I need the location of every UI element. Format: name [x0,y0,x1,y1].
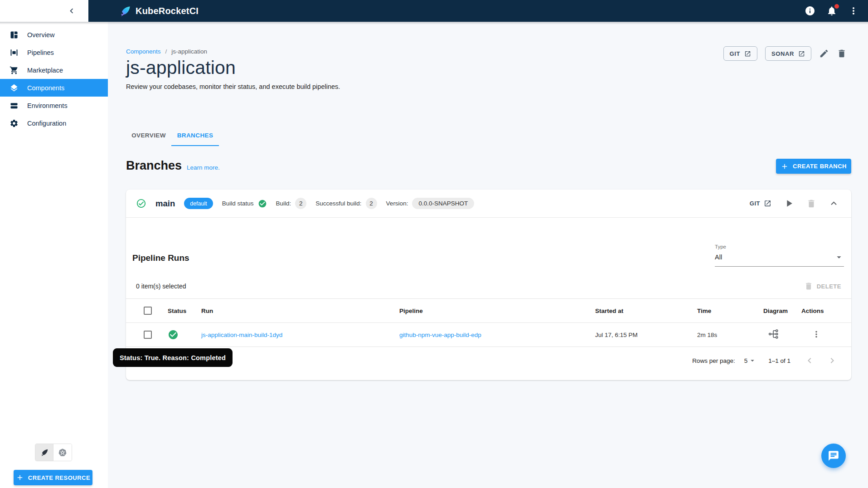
rocket-feather-logo-icon [119,5,131,17]
build-status-label: Build status [222,200,254,207]
diagram-tree-icon[interactable] [768,328,779,340]
open-in-new-icon [798,50,805,57]
delete-trash-icon [804,282,813,291]
collapse-branch-chevron-up-icon[interactable] [828,198,839,209]
branch-header-row: main default Build status Build: 2 Succe… [126,190,851,218]
pagination-range: 1–1 of 1 [768,357,790,364]
app-title: KubeRocketCI [136,6,199,16]
type-filter-value: All [715,254,722,261]
run-success-status-icon [168,329,199,340]
open-in-new-icon [744,50,751,57]
chevron-down-icon [834,252,844,262]
column-time: Time [695,307,761,314]
rows-per-page-select[interactable]: 5 [744,356,757,365]
default-branch-badge: default [184,198,213,209]
app-logo: KubeRocketCI [119,5,199,17]
branches-heading-row: Branches Learn more. [126,159,220,173]
create-branch-label: CREATE BRANCH [793,163,847,170]
build-label: Build: [276,200,291,207]
status-tooltip: Status: True. Reason: Completed [113,348,233,367]
version-label: Version: [386,200,408,207]
build-status-group: Build status [222,199,267,208]
pipelines-icon [10,48,19,57]
version-group: Version: 0.0.0-SNAPSHOT [386,198,475,209]
select-all-checkbox[interactable] [144,307,152,315]
sidebar-item-components[interactable]: Components [0,79,108,97]
pipeline-runs-table: Status Run Pipeline Started at Time Diag… [126,298,851,347]
branch-git-link[interactable]: GIT [750,200,771,207]
row-checkbox[interactable] [144,331,152,339]
breadcrumb-current: js-application [171,48,207,55]
page-actions: GIT SONAR [723,46,847,61]
delete-selected-label: DELETE [817,283,841,290]
page-subtitle: Review your codebases, monitor their sta… [126,83,340,90]
sidebar-header [0,0,88,22]
sidebar-item-label: Components [27,84,64,92]
collapse-sidebar-icon[interactable] [67,6,77,16]
create-resource-label: CREATE RESOURCE [28,474,90,481]
sidebar-item-label: Pipelines [27,49,54,56]
branch-git-label: GIT [750,200,760,207]
selected-count-text: 0 item(s) selected [136,283,186,290]
open-in-new-icon [764,200,771,207]
column-status: Status [164,307,199,314]
git-button-label: GIT [730,50,740,57]
sonar-button-label: SONAR [771,50,794,57]
git-button[interactable]: GIT [723,46,757,61]
page-title: js-application [126,57,236,78]
delete-trash-icon[interactable] [837,49,847,59]
tab-branches[interactable]: BRANCHES [171,124,219,146]
chat-fab-button[interactable] [821,444,846,468]
learn-more-link[interactable]: Learn more. [187,164,220,171]
rows-per-page-value: 5 [744,357,748,364]
column-diagram: Diagram [761,307,800,314]
sidebar-item-pipelines[interactable]: Pipelines [0,44,108,61]
sidebar-item-marketplace[interactable]: Marketplace [0,61,108,79]
next-page-icon[interactable] [827,355,838,366]
build-count-badge: 2 [295,198,306,209]
notifications-bell-icon[interactable] [826,5,837,16]
sidebar-item-environments[interactable]: Environments [0,97,108,114]
table-pagination: Rows per page: 5 1–1 of 1 [126,349,851,372]
sidebar: Overview Pipelines Marketplace Component… [0,0,108,488]
pipeline-link[interactable]: github-npm-vue-app-build-edp [399,332,481,338]
delete-branch-trash-icon[interactable] [806,199,816,209]
branches-heading: Branches [126,159,182,173]
component-tabs: OVERVIEW BRANCHES [126,124,219,146]
started-at-value: Jul 17, 6:15 PM [593,332,695,338]
delete-selected-button[interactable]: DELETE [804,282,841,291]
run-link[interactable]: js-application-main-build-1dyd [201,332,282,338]
sidebar-item-label: Configuration [27,120,66,127]
kubernetes-toggle-button[interactable] [53,444,72,461]
create-resource-button[interactable]: CREATE RESOURCE [14,470,92,485]
sonar-button[interactable]: SONAR [765,46,811,61]
run-pipeline-play-icon[interactable] [783,198,795,209]
previous-page-icon[interactable] [804,355,815,366]
edit-pencil-icon[interactable] [819,49,829,59]
breadcrumb-components-link[interactable]: Components [126,48,161,55]
type-filter-label: Type [715,244,844,249]
sidebar-item-overview[interactable]: Overview [0,26,108,44]
sidebar-nav: Overview Pipelines Marketplace Component… [0,26,108,132]
create-branch-button[interactable]: CREATE BRANCH [776,159,851,174]
successful-build-group: Successful build: 2 [315,198,377,209]
kebab-menu-icon[interactable] [848,5,859,16]
type-filter-select[interactable]: Type All [715,244,844,267]
branch-card: main default Build status Build: 2 Succe… [126,190,851,380]
plus-icon [781,162,789,171]
appbar-shadow [0,22,868,24]
breadcrumb-separator: / [165,48,167,55]
table-row: js-application-main-build-1dyd github-np… [126,323,851,347]
branch-actions: GIT [750,198,839,209]
dashboard-icon [10,30,19,39]
info-icon[interactable] [805,5,815,16]
kuberocketci-toggle-button[interactable] [35,444,53,461]
table-header-row: Status Run Pipeline Started at Time Diag… [126,298,851,323]
sidebar-item-configuration[interactable]: Configuration [0,114,108,132]
successful-build-label: Successful build: [315,200,361,207]
row-kebab-menu-icon[interactable] [811,329,821,339]
cluster-toggle-group [35,444,72,461]
column-run: Run [199,307,398,314]
sidebar-item-label: Environments [27,102,68,109]
tab-overview[interactable]: OVERVIEW [126,124,171,146]
